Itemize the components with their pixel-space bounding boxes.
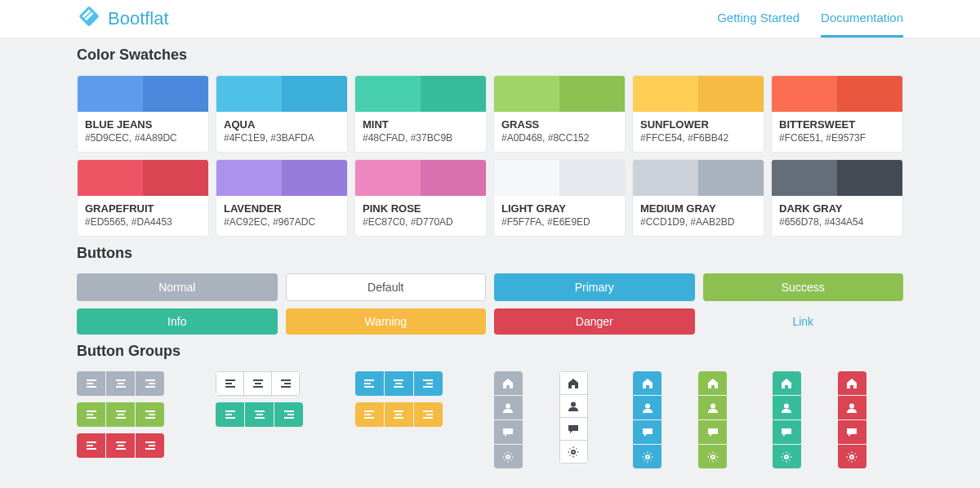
button-success[interactable]: Success [703, 273, 904, 301]
button-normal[interactable]: Normal [77, 273, 278, 301]
group-button-align-right[interactable] [271, 371, 300, 396]
group-button-align-left[interactable] [216, 402, 244, 427]
group-button-user[interactable] [698, 396, 727, 419]
swatch-codes: #5D9CEC, #4A89DC [85, 132, 201, 144]
group-button-cog[interactable] [559, 440, 588, 464]
group-button-align-center[interactable] [385, 402, 413, 427]
brand[interactable]: Bootflat [77, 4, 169, 33]
button-link[interactable]: Link [703, 308, 904, 335]
align-right-icon [145, 409, 156, 420]
button-group-normal-vertical [494, 371, 523, 468]
button-group-column [633, 371, 764, 468]
align-left-icon [86, 378, 97, 389]
swatch-name: PINK ROSE [363, 202, 479, 215]
group-button-user[interactable] [838, 396, 866, 419]
user-icon [707, 402, 719, 414]
nav-getting-started[interactable]: Getting Started [717, 0, 800, 38]
group-button-align-left[interactable] [77, 402, 105, 427]
group-button-cog[interactable] [633, 445, 662, 468]
group-button-home[interactable] [838, 371, 866, 395]
group-button-align-right[interactable] [136, 371, 164, 396]
group-button-cog[interactable] [494, 445, 523, 468]
group-button-comment[interactable] [698, 420, 727, 444]
group-button-align-right[interactable] [136, 433, 164, 458]
comment-icon [781, 427, 792, 438]
button-danger[interactable]: Danger [494, 308, 695, 335]
swatch-color-preview [772, 160, 902, 196]
group-button-home[interactable] [559, 371, 588, 395]
group-button-align-center[interactable] [106, 402, 135, 427]
swatch-color-light [633, 160, 698, 196]
button-primary[interactable]: Primary [494, 273, 695, 301]
swatch-color-light [78, 160, 143, 196]
group-button-align-left[interactable] [216, 371, 244, 396]
group-button-align-center[interactable] [106, 433, 135, 458]
group-button-align-center[interactable] [243, 371, 272, 396]
group-button-user[interactable] [559, 394, 588, 418]
swatch-name: LIGHT GRAY [501, 202, 617, 215]
group-button-user[interactable] [633, 396, 662, 419]
group-button-home[interactable] [773, 371, 801, 395]
swatch-codes: #EC87C0, #D770AD [363, 216, 479, 228]
nav-documentation[interactable]: Documentation [821, 0, 903, 38]
group-button-align-left[interactable] [77, 371, 105, 396]
align-center-icon [115, 409, 127, 420]
group-button-align-left[interactable] [77, 433, 105, 458]
button-group-column [355, 371, 486, 427]
group-button-user[interactable] [494, 396, 523, 419]
swatch-lavender: LAVENDER#AC92EC, #967ADC [216, 159, 348, 237]
group-button-comment[interactable] [559, 417, 588, 441]
group-button-cog[interactable] [698, 445, 727, 468]
group-button-align-right[interactable] [274, 402, 303, 427]
group-button-home[interactable] [494, 371, 523, 395]
button-group-success-vertical [698, 371, 727, 468]
button-warning[interactable]: Warning [286, 308, 487, 335]
align-right-icon [422, 409, 434, 420]
group-button-align-left[interactable] [355, 402, 384, 427]
button-group-default-vertical [559, 371, 588, 464]
section-title-swatches: Color Swatches [77, 47, 903, 64]
group-button-align-right[interactable] [414, 371, 443, 396]
group-button-home[interactable] [698, 371, 727, 395]
group-button-align-center[interactable] [245, 402, 274, 427]
group-button-comment[interactable] [494, 420, 523, 444]
group-button-user[interactable] [773, 396, 801, 419]
button-info[interactable]: Info [77, 308, 278, 335]
topbar: Bootflat Getting Started Documentation [0, 0, 980, 38]
group-button-comment[interactable] [633, 420, 662, 444]
button-group-column [216, 371, 346, 427]
button-group-default-horizontal [216, 371, 300, 396]
align-left-icon [86, 440, 97, 451]
button-group-primary-vertical [633, 371, 662, 468]
group-button-home[interactable] [633, 371, 662, 395]
swatch-info: LIGHT GRAY#F5F7FA, #E6E9ED [494, 196, 625, 236]
group-button-align-left[interactable] [355, 371, 384, 396]
button-group-column [773, 371, 903, 468]
button-group-column [494, 371, 625, 468]
swatch-info: GRAPEFRUIT#ED5565, #DA4453 [78, 196, 208, 236]
swatch-color-light [494, 160, 559, 196]
brand-text: Bootflat [108, 8, 169, 29]
button-default[interactable]: Default [286, 273, 487, 301]
align-right-icon [280, 378, 292, 389]
swatch-aqua: AQUA#4FC1E9, #3BAFDA [216, 75, 348, 153]
swatch-info: LAVENDER#AC92EC, #967ADC [216, 196, 347, 236]
group-button-align-center[interactable] [106, 371, 135, 396]
swatch-light-gray: LIGHT GRAY#F5F7FA, #E6E9ED [493, 159, 626, 237]
swatch-codes: #AC92EC, #967ADC [224, 216, 340, 228]
group-button-align-center[interactable] [385, 371, 413, 396]
group-button-align-right[interactable] [414, 402, 443, 427]
user-icon [846, 402, 858, 414]
align-center-icon [115, 440, 127, 451]
button-group-column [77, 371, 207, 458]
group-button-comment[interactable] [838, 420, 866, 444]
cog-icon [568, 446, 579, 458]
group-button-comment[interactable] [773, 420, 801, 444]
group-button-cog[interactable] [773, 445, 801, 468]
group-button-cog[interactable] [838, 445, 866, 468]
swatch-name: GRAPEFRUIT [85, 202, 201, 215]
user-icon [502, 402, 514, 414]
swatch-codes: #A0D468, #8CC152 [501, 132, 617, 144]
section-title-buttons: Buttons [77, 245, 903, 262]
group-button-align-right[interactable] [136, 402, 164, 427]
